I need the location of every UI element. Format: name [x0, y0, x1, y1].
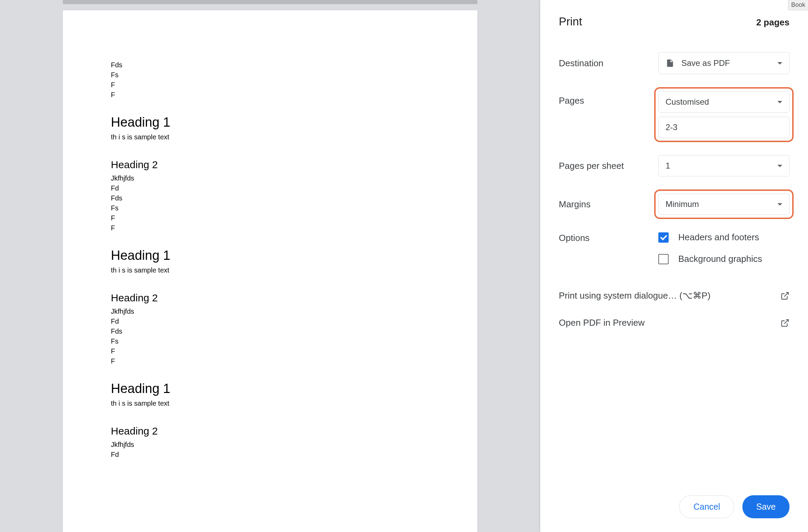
- system-dialogue-text: Print using system dialogue… (⌥⌘P): [559, 290, 711, 301]
- preview-body-line: Jkfhjfds: [111, 440, 429, 450]
- chevron-down-icon: [777, 165, 782, 167]
- pages-range-input[interactable]: [658, 117, 789, 138]
- pages-per-sheet-label: Pages per sheet: [559, 161, 658, 171]
- bookmark-tab[interactable]: Book: [788, 0, 808, 10]
- preview-body-line: Jkfhjfds: [111, 307, 429, 316]
- preview-heading-2: Heading 2: [111, 159, 429, 171]
- preview-body-line: F: [111, 80, 429, 90]
- preview-body-line: F: [111, 213, 429, 223]
- chevron-down-icon: [777, 101, 782, 103]
- preview-body-line: F: [111, 90, 429, 100]
- preview-heading-2: Heading 2: [111, 425, 429, 437]
- pages-per-sheet-dropdown[interactable]: 1: [658, 155, 789, 176]
- pages-mode-dropdown[interactable]: Customised: [658, 91, 789, 113]
- print-title: Print: [559, 15, 582, 28]
- background-graphics-label: Background graphics: [678, 254, 762, 264]
- preview-body-line: Fds: [111, 193, 429, 203]
- destination-dropdown[interactable]: Save as PDF: [658, 52, 789, 74]
- chevron-down-icon: [777, 203, 782, 206]
- preview-heading-2: Heading 2: [111, 292, 429, 304]
- preview-paragraph: th i s is sample text: [111, 133, 429, 141]
- preview-body-line: Jkfhjfds: [111, 173, 429, 183]
- svg-line-0: [784, 292, 788, 297]
- preview-body-line: Fs: [111, 70, 429, 80]
- print-settings-sidebar: Book Print 2 pages Destination Save as P…: [540, 0, 808, 532]
- options-label: Options: [559, 232, 658, 275]
- preview-heading-1: Heading 1: [111, 381, 429, 396]
- preview-body-line: Fs: [111, 203, 429, 213]
- preview-paragraph: th i s is sample text: [111, 400, 429, 407]
- preview-body-line: Fds: [111, 60, 429, 70]
- preview-body-line: Fd: [111, 183, 429, 193]
- open-pdf-preview-link[interactable]: Open PDF in Preview: [559, 309, 789, 336]
- open-external-icon: [781, 291, 789, 300]
- pages-label: Pages: [559, 87, 658, 106]
- preview-body-line: F: [111, 223, 429, 233]
- margins-highlight: Minimum: [654, 189, 794, 219]
- print-preview-area[interactable]: FdsFsFFHeading 1th i s is sample textHea…: [0, 0, 540, 532]
- pages-per-sheet-value: 1: [666, 161, 670, 171]
- preview-heading-1: Heading 1: [111, 248, 429, 263]
- open-pdf-preview-text: Open PDF in Preview: [559, 317, 645, 328]
- system-dialogue-link[interactable]: Print using system dialogue… (⌥⌘P): [559, 282, 789, 309]
- preview-body-line: F: [111, 346, 429, 356]
- svg-line-1: [784, 320, 788, 324]
- preview-body-line: F: [111, 356, 429, 366]
- preview-heading-1: Heading 1: [111, 115, 429, 130]
- preview-body-line: Fd: [111, 316, 429, 326]
- headers-footers-checkbox[interactable]: [658, 232, 669, 243]
- margins-value: Minimum: [666, 199, 699, 209]
- preview-page: FdsFsFFHeading 1th i s is sample textHea…: [63, 10, 477, 532]
- preview-body-line: Fds: [111, 326, 429, 336]
- file-icon: [666, 58, 674, 68]
- preview-body-line: Fs: [111, 336, 429, 346]
- preview-paragraph: th i s is sample text: [111, 266, 429, 274]
- margins-dropdown[interactable]: Minimum: [658, 194, 789, 215]
- open-external-icon: [781, 319, 789, 327]
- chevron-down-icon: [777, 62, 782, 65]
- margins-label: Margins: [559, 199, 658, 210]
- preview-body-line: Fd: [111, 450, 429, 460]
- background-graphics-checkbox[interactable]: [658, 254, 669, 264]
- save-button[interactable]: Save: [742, 495, 789, 518]
- destination-value: Save as PDF: [681, 58, 730, 68]
- destination-label: Destination: [559, 58, 658, 69]
- pages-mode-value: Customised: [666, 97, 709, 107]
- page-count-label: 2 pages: [756, 17, 789, 28]
- previous-page-edge: [63, 0, 477, 4]
- pages-highlight: Customised: [654, 87, 794, 142]
- headers-footers-label: Headers and footers: [678, 232, 759, 243]
- cancel-button[interactable]: Cancel: [679, 495, 734, 518]
